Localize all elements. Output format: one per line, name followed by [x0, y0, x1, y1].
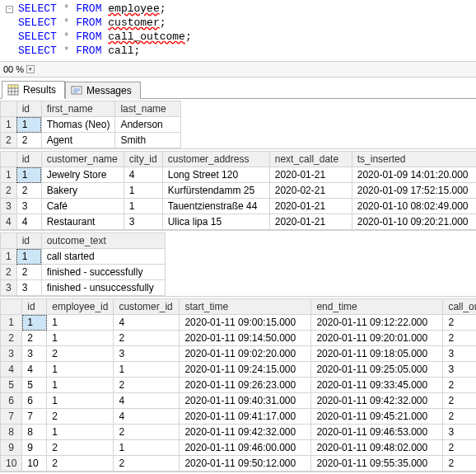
cell[interactable]: Bakery: [41, 183, 124, 199]
cell[interactable]: 2: [114, 378, 180, 393]
table-row[interactable]: 22Bakery1Kurfürstendamm 252020-02-212020…: [1, 183, 477, 199]
cell[interactable]: 2020-01-11 09:20:01.000: [311, 331, 443, 346]
cell[interactable]: 2020-01-11 09:18:05.000: [311, 346, 443, 362]
cell[interactable]: 3: [443, 346, 476, 362]
row-number[interactable]: 9: [1, 440, 22, 456]
row-number[interactable]: 6: [1, 393, 22, 409]
cell[interactable]: 2020-01-11 09:40:31.000: [180, 393, 311, 409]
row-number[interactable]: 3: [1, 346, 22, 362]
cell[interactable]: 2020-01-21: [269, 167, 352, 183]
column-header[interactable]: city_id: [124, 152, 162, 167]
row-number[interactable]: 10: [1, 456, 22, 472]
cell[interactable]: call started: [41, 249, 165, 265]
column-header[interactable]: first_name: [41, 101, 115, 117]
cell[interactable]: 2: [47, 409, 114, 425]
row-number[interactable]: 1: [1, 117, 17, 133]
table-row[interactable]: 22finished - successfully: [1, 265, 166, 280]
row-number[interactable]: 3: [1, 280, 17, 296]
cell[interactable]: 8: [22, 425, 47, 440]
cell[interactable]: 4: [16, 214, 41, 230]
cell[interactable]: 2020-01-11 09:55:35.000: [311, 456, 443, 472]
table-row[interactable]: 22AgentSmith: [1, 133, 181, 148]
cell[interactable]: Long Street 120: [162, 167, 269, 183]
cell[interactable]: 1: [124, 199, 162, 214]
cell[interactable]: 3: [16, 199, 41, 214]
cell[interactable]: 1: [124, 183, 162, 199]
cell[interactable]: 2020-01-11 09:50:12.000: [180, 456, 311, 472]
cell[interactable]: 1: [114, 362, 180, 378]
cell[interactable]: 2020-01-11 09:48:02.000: [311, 440, 443, 456]
table-row[interactable]: 99212020-01-11 09:46:00.0002020-01-11 09…: [1, 440, 477, 456]
tab-messages[interactable]: Messages: [65, 82, 141, 99]
cell[interactable]: Jewelry Store: [41, 167, 124, 183]
cell[interactable]: Anderson: [115, 117, 181, 133]
cell[interactable]: 2: [22, 331, 47, 346]
cell[interactable]: 3: [114, 346, 180, 362]
cell[interactable]: 2020-01-09 17:52:15.000: [352, 183, 476, 199]
cell[interactable]: 2020-01-11 09:24:15.000: [180, 362, 311, 378]
table-row[interactable]: 66142020-01-11 09:40:31.0002020-01-11 09…: [1, 393, 477, 409]
cell[interactable]: 1: [114, 440, 180, 456]
table-row[interactable]: 55122020-01-11 09:26:23.0002020-01-11 09…: [1, 378, 477, 393]
cell[interactable]: 3: [443, 362, 476, 378]
cell[interactable]: 4: [114, 315, 180, 331]
cell[interactable]: 2020-01-11 09:02:20.000: [180, 346, 311, 362]
cell[interactable]: 4: [22, 362, 47, 378]
cell[interactable]: Tauentzienstraße 44: [162, 199, 269, 214]
cell[interactable]: 2020-01-11 09:46:53.000: [311, 425, 443, 440]
cell[interactable]: Ulica lipa 15: [162, 214, 269, 230]
column-header[interactable]: outcome_text: [41, 233, 165, 249]
table-row[interactable]: 11call started: [1, 249, 166, 265]
row-number[interactable]: 3: [1, 199, 17, 214]
cell[interactable]: 1: [47, 362, 114, 378]
cell[interactable]: 1: [22, 315, 47, 331]
row-number[interactable]: 8: [1, 425, 22, 440]
column-header[interactable]: next_call_date: [269, 152, 352, 167]
cell[interactable]: 2020-01-11 09:00:15.000: [180, 315, 311, 331]
row-header-corner[interactable]: [1, 101, 17, 117]
cell[interactable]: Restaurant: [41, 214, 124, 230]
row-number[interactable]: 4: [1, 362, 22, 378]
column-header[interactable]: end_time: [311, 299, 443, 315]
cell[interactable]: Café: [41, 199, 124, 214]
table-row[interactable]: 11142020-01-11 09:00:15.0002020-01-11 09…: [1, 315, 477, 331]
cell[interactable]: 4: [124, 167, 162, 183]
cell[interactable]: 3: [16, 280, 41, 296]
cell[interactable]: 2020-01-11 09:45:21.000: [311, 409, 443, 425]
table-row[interactable]: 22122020-01-11 09:14:50.0002020-01-11 09…: [1, 331, 477, 346]
cell[interactable]: 2: [443, 440, 476, 456]
row-number[interactable]: 1: [1, 249, 17, 265]
column-header[interactable]: id: [16, 101, 41, 117]
cell[interactable]: Thomas (Neo): [41, 117, 115, 133]
cell[interactable]: 2020-02-21: [269, 183, 352, 199]
zoom-dropdown[interactable]: ▾: [26, 65, 35, 73]
cell[interactable]: 2: [114, 331, 180, 346]
cell[interactable]: 2020-01-11 09:12:22.000: [311, 315, 443, 331]
column-header[interactable]: id: [22, 299, 47, 315]
cell[interactable]: 1: [16, 249, 41, 265]
cell[interactable]: 1: [16, 167, 41, 183]
collapse-icon[interactable]: -: [6, 6, 13, 13]
cell[interactable]: 2: [114, 456, 180, 472]
cell[interactable]: 2: [47, 346, 114, 362]
cell[interactable]: 2020-01-11 09:41:17.000: [180, 409, 311, 425]
row-number[interactable]: 5: [1, 378, 22, 393]
cell[interactable]: 1: [47, 331, 114, 346]
cell[interactable]: 2: [443, 393, 476, 409]
cell[interactable]: 2020-01-10 09:20:21.000: [352, 214, 476, 230]
cell[interactable]: 2: [47, 456, 114, 472]
cell[interactable]: Smith: [115, 133, 181, 148]
cell[interactable]: 2020-01-11 09:25:05.000: [311, 362, 443, 378]
cell[interactable]: 2020-01-11 09:42:32.000: [180, 425, 311, 440]
column-header[interactable]: ts_inserted: [352, 152, 476, 167]
table-row[interactable]: 1010222020-01-11 09:50:12.0002020-01-11 …: [1, 456, 477, 472]
cell[interactable]: 1: [47, 425, 114, 440]
tab-results[interactable]: Results: [2, 81, 65, 99]
column-header[interactable]: start_time: [180, 299, 311, 315]
cell[interactable]: 4: [114, 409, 180, 425]
column-header[interactable]: customer_id: [114, 299, 180, 315]
cell[interactable]: finished - unsuccessfully: [41, 280, 165, 296]
column-header[interactable]: id: [16, 152, 41, 167]
cell[interactable]: Agent: [41, 133, 115, 148]
row-number[interactable]: 2: [1, 331, 22, 346]
